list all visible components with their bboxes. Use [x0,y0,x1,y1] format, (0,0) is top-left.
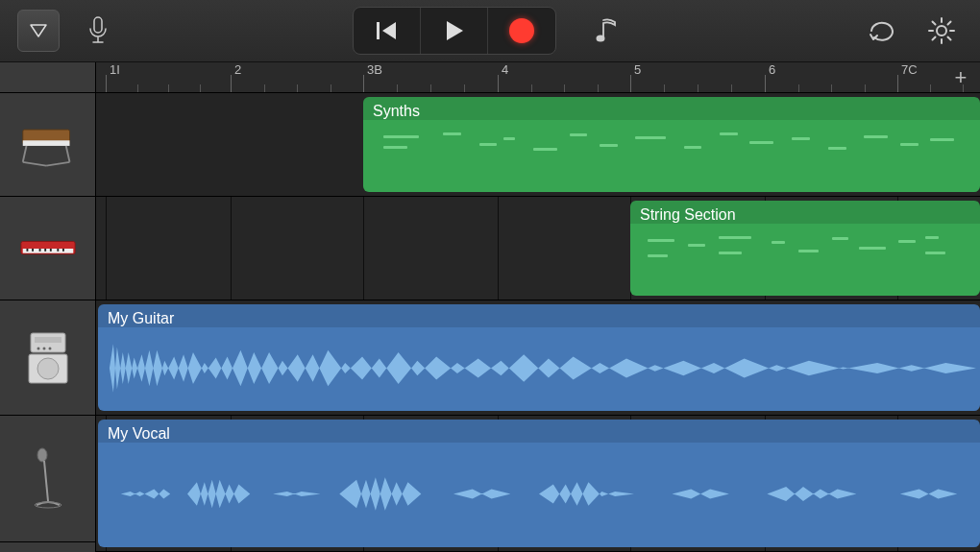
ruler-label: 4 [502,62,508,77]
play-button[interactable] [421,8,488,54]
track-head-synths[interactable] [0,93,95,197]
svg-rect-20 [26,249,28,252]
ruler-tick [168,84,169,92]
ruler-label: 7C [901,62,918,77]
svg-line-11 [933,37,936,40]
track-headers [0,62,96,552]
svg-line-35 [44,461,48,501]
svg-point-34 [37,448,47,462]
ruler-tick [297,84,298,92]
ruler-tick [531,84,532,92]
rewind-start-icon [375,20,400,41]
ruler-tick [430,84,431,92]
rewind-button[interactable] [354,8,421,54]
ruler-tick [963,84,964,92]
svg-line-17 [46,161,69,165]
svg-rect-23 [44,249,46,252]
svg-rect-19 [22,249,73,253]
svg-rect-24 [49,249,51,252]
svg-rect-26 [62,249,64,252]
transport-controls [353,7,556,55]
midi-notes [371,130,972,182]
midi-notes [638,233,972,286]
ruler-tick [930,84,931,92]
record-button[interactable] [488,8,555,54]
play-icon [444,19,465,42]
track-row-guitar[interactable]: My Guitar [96,300,980,416]
ruler-tick [464,84,465,92]
ruler-tick [137,84,138,92]
keyboard-red-icon [19,225,77,273]
ruler-tick [831,84,832,92]
svg-rect-13 [22,140,69,146]
track-head-guitar[interactable] [0,300,95,416]
time-ruler[interactable]: 1I 2 3B 4 5 6 7C + [96,62,980,93]
loop-button[interactable] [861,10,903,52]
ruler-tick [598,84,599,92]
svg-line-8 [933,22,936,25]
ruler-tick [331,84,331,92]
svg-rect-0 [94,17,102,33]
svg-point-29 [37,347,39,349]
region-label: My Guitar [108,310,970,327]
ruler-tick [798,84,799,92]
gear-icon [927,16,956,45]
note-button[interactable] [585,10,627,52]
waveform [102,331,976,405]
region-label: Synths [373,103,970,120]
svg-line-9 [948,37,951,40]
ruler-tick [731,84,732,92]
main-area: 1I 2 3B 4 5 6 7C + [0,62,980,552]
ruler-tick [200,84,201,92]
daw-app: 1I 2 3B 4 5 6 7C + [0,0,980,552]
svg-line-15 [65,145,69,161]
ruler-tick [664,84,665,92]
add-track-button[interactable]: + [949,66,972,89]
loop-icon [868,18,896,43]
ruler-label: 1I [110,62,120,77]
track-row-strings[interactable]: String Section [96,197,980,300]
waveform [102,446,976,541]
top-toolbar [0,0,980,62]
mic-stand-icon [19,455,77,503]
microphone-icon [87,16,109,45]
svg-line-14 [22,145,26,161]
region-label: My Vocal [108,425,970,443]
ruler-label: 6 [769,62,775,77]
svg-point-2 [597,36,605,42]
input-mic-button[interactable] [77,10,119,52]
region-synths[interactable]: Synths [363,97,980,192]
ruler-label: 2 [234,62,241,77]
ruler-label: 5 [634,62,641,77]
track-head-vocal[interactable] [0,416,95,542]
music-note-icon [594,16,619,45]
timeline[interactable]: 1I 2 3B 4 5 6 7C + [96,62,980,552]
menu-button[interactable] [17,10,60,52]
record-icon [509,18,534,43]
track-row-vocal[interactable]: My Vocal [96,416,980,552]
svg-point-31 [48,347,51,349]
tracks-area[interactable]: Synths [96,93,980,552]
synth-keyboard-icon [19,121,77,169]
svg-point-3 [937,26,946,36]
region-label: String Section [640,206,970,224]
ruler-tick [865,84,866,92]
region-vocal[interactable]: My Vocal [98,420,980,547]
svg-rect-28 [35,337,61,343]
region-strings[interactable]: String Section [630,201,980,296]
track-head-strings[interactable] [0,197,95,300]
ruler-tick [397,84,398,92]
ruler-tick [564,84,565,92]
svg-point-33 [37,358,59,379]
triangle-down-icon [30,24,47,37]
svg-line-10 [948,22,951,25]
svg-rect-25 [57,249,59,252]
settings-button[interactable] [920,10,963,52]
ruler-corner [0,62,95,93]
svg-point-30 [42,347,45,349]
svg-rect-22 [38,249,40,252]
track-row-synths[interactable]: Synths [96,93,980,197]
ruler-tick [698,84,698,92]
region-guitar[interactable]: My Guitar [98,304,980,411]
ruler-tick [264,84,265,92]
